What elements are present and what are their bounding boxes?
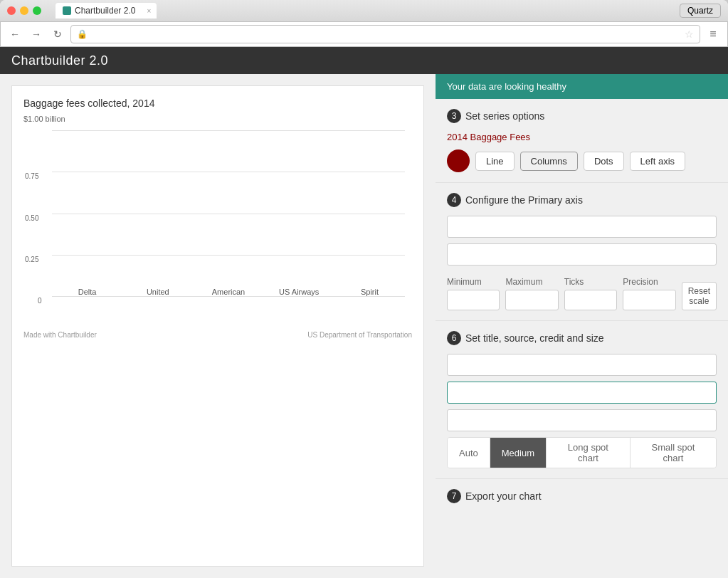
left-axis-button[interactable]: Left axis [630,152,685,171]
app-title: Chartbuilder 2.0 [11,53,108,68]
precision-col: Precision 2 [623,277,675,310]
max-col: Maximum 1 [505,277,558,310]
small-spot-button[interactable]: Small spot chart [631,438,716,468]
tab-favicon [63,6,71,15]
bar-label-american: American [212,288,245,296]
axis-section-number: 4 [447,193,461,207]
bookmark-icon: ☆ [685,28,694,40]
ticks-label: Ticks [564,277,617,287]
max-input[interactable]: 1 [505,290,558,310]
series-section-number: 3 [447,109,461,123]
chart-grid: 0.75 0.50 0.25 0 Delta [52,130,405,296]
close-button[interactable] [7,6,16,15]
axis-section: 4 Configure the Primary axis $ billion M… [436,183,728,321]
bar-label-spirit: Spirit [361,288,379,296]
title-section-label: Set title, source, credit and size [465,332,604,344]
axis-section-header: 4 Configure the Primary axis [447,193,717,207]
series-section: 3 Set series options 2014 Baggage Fees L… [436,99,728,183]
app-body: Baggage fees collected, 2014 $1.00 billi… [0,74,728,578]
lock-icon: 🔒 [77,29,88,39]
app-header: Chartbuilder 2.0 [0,47,728,74]
status-bar: Your data are looking healthy [436,74,728,99]
address-bar[interactable]: 🔒 localhost:3000 ☆ [70,25,700,43]
axis-prefix-input[interactable]: $ [447,216,717,238]
browser-window: Chartbuilder 2.0 × Quartz ← → ↻ 🔒 localh… [0,0,728,578]
chart-title-input[interactable]: Baggage fees collected, 2014 [447,354,717,376]
medium-size-button[interactable]: Medium [490,438,547,468]
minimize-button[interactable] [20,6,28,15]
bar-label-usairways: US Airways [279,288,319,296]
bar-delta: Delta [52,283,122,296]
url-input[interactable]: localhost:3000 [92,29,680,40]
axis-section-label: Configure the Primary axis [465,194,583,206]
export-section: 7 Export your chart [436,479,728,522]
forward-button[interactable]: → [28,26,45,43]
bars-container: Delta United American US Airways [52,130,405,296]
menu-button[interactable]: ≡ [705,26,722,43]
min-input[interactable]: 0 [447,290,500,310]
tab-close-icon[interactable]: × [147,7,152,15]
reload-button[interactable]: ↻ [49,26,66,43]
bar-usairways: US Airways [264,283,334,296]
color-picker[interactable] [447,149,470,172]
chart-panel: Baggage fees collected, 2014 $1.00 billi… [11,85,424,567]
bar-american: American [193,283,263,296]
bar-label-united: United [147,288,169,296]
size-options: Auto Medium Long spot chart Small spot c… [447,437,717,468]
min-label: Minimum [447,277,500,287]
browser-titlebar: Chartbuilder 2.0 × Quartz [0,0,728,21]
series-section-header: 3 Set series options [447,109,717,123]
chart-title: Baggage fees collected, 2014 [23,98,412,109]
grid-label-025: 0.25 [25,255,38,263]
precision-label: Precision [623,277,675,287]
bar-label-delta: Delta [78,288,97,296]
series-options: Line Columns Dots Left axis [447,149,717,172]
chart-area: $1.00 billion 0.75 0.50 0.25 [23,115,412,328]
credit-input[interactable]: Made with Chartbuilder [447,409,717,431]
series-name[interactable]: 2014 Baggage Fees [447,132,717,142]
series-section-label: Set series options [465,110,544,122]
ticks-input[interactable]: 5 [564,290,617,310]
max-label: Maximum [505,277,558,287]
grid-label-075: 0.75 [25,172,38,180]
grid-label-0: 0 [38,297,42,305]
axis-suffix-input[interactable]: billion [447,243,717,266]
chart-source: US Department of Transportation [307,331,412,339]
ticks-col: Ticks 5 [564,277,617,310]
window-controls [7,6,41,15]
quartz-button[interactable]: Quartz [680,4,721,18]
auto-size-button[interactable]: Auto [448,438,490,468]
title-section-header: 6 Set title, source, credit and size [447,331,717,345]
chart-credit: Made with Chartbuilder [23,331,97,339]
back-button[interactable]: ← [6,26,23,43]
columns-button[interactable]: Columns [520,152,578,171]
title-section-number: 6 [447,331,461,345]
min-col: Minimum 0 [447,277,500,310]
dots-button[interactable]: Dots [584,152,624,171]
export-section-number: 7 [447,489,461,503]
line-button[interactable]: Line [475,152,515,171]
source-input[interactable]: US Department of Transportation [447,382,717,404]
browser-navbar: ← → ↻ 🔒 localhost:3000 ☆ ≡ [0,21,728,47]
chart-footer: Made with Chartbuilder US Department of … [23,331,412,339]
right-panel: Your data are looking healthy 3 Set seri… [436,74,728,578]
status-message: Your data are looking healthy [447,81,566,92]
tab-title: Chartbuilder 2.0 [75,6,135,16]
title-section: 6 Set title, source, credit and size Bag… [436,321,728,479]
grid-label-050: 0.50 [25,214,38,221]
long-spot-button[interactable]: Long spot chart [547,438,631,468]
axis-grid: Minimum 0 Maximum 1 Ticks 5 Precision 2 [447,277,717,310]
maximize-button[interactable] [33,6,41,15]
bar-spirit: Spirit [334,283,405,296]
reset-scale-button[interactable]: Reset scale [682,282,717,310]
precision-input[interactable]: 2 [623,290,675,310]
bar-united: United [122,283,193,296]
y-axis-label: $1.00 billion [23,115,65,123]
export-section-header: 7 Export your chart [447,489,717,503]
export-section-label: Export your chart [465,490,542,502]
active-tab[interactable]: Chartbuilder 2.0 × [56,3,157,19]
